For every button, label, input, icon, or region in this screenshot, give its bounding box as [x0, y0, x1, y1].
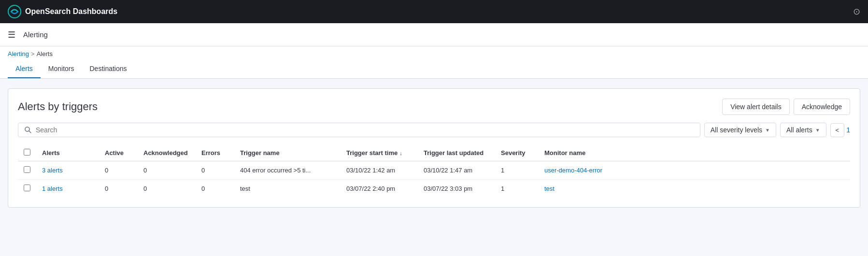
th-alerts-label: Alerts: [42, 149, 60, 156]
cell-monitor-name: test: [539, 180, 850, 198]
top-nav: OpenSearch Dashboards ⊙: [0, 0, 868, 23]
table-row: 3 alerts 0 0 0 404 error occurred >5 ti.…: [18, 161, 850, 180]
alerts-filter-dropdown[interactable]: All alerts ▼: [780, 123, 826, 137]
table-header: Alerts Active Acknowledged Errors Trigge…: [18, 145, 850, 161]
card-title: Alerts by triggers: [18, 100, 98, 113]
select-all-checkbox[interactable]: [24, 149, 30, 156]
select-all-header: [18, 145, 36, 161]
cell-trigger-start-time: 03/10/22 1:42 am: [341, 161, 418, 180]
table-row: 1 alerts 0 0 0 test 03/07/22 2:40 pm 03/…: [18, 180, 850, 198]
th-acknowledged-label: Acknowledged: [143, 149, 188, 156]
row-select-checkbox[interactable]: [24, 185, 30, 191]
filters-row: All severity levels ▼ All alerts ▼ < 1: [18, 123, 850, 137]
alerts-filter-label: All alerts: [786, 126, 812, 134]
hamburger-icon[interactable]: ☰: [8, 29, 15, 40]
table-body: 3 alerts 0 0 0 404 error occurred >5 ti.…: [18, 161, 850, 198]
monitor-name-link[interactable]: test: [544, 185, 555, 192]
th-trigger-name: Trigger name: [234, 145, 341, 161]
row-checkbox-cell: [18, 180, 36, 198]
cell-acknowledged: 0: [138, 161, 196, 180]
breadcrumb-current: Alerts: [37, 50, 53, 57]
acknowledge-button[interactable]: Acknowledge: [794, 99, 850, 115]
cell-trigger-name: 404 error occurred >5 ti...: [234, 161, 341, 180]
cell-alerts: 1 alerts: [36, 180, 99, 198]
main-content: Alerts by triggers View alert details Ac…: [0, 79, 868, 217]
th-severity-label: Severity: [501, 149, 526, 156]
tab-destinations[interactable]: Destinations: [82, 57, 134, 78]
tab-monitors[interactable]: Monitors: [41, 57, 82, 78]
th-alerts: Alerts: [36, 145, 99, 161]
cell-trigger-start-time: 03/07/22 2:40 pm: [341, 180, 418, 198]
prev-page-button[interactable]: <: [830, 123, 845, 137]
search-input[interactable]: [36, 126, 694, 134]
breadcrumb: Alerting > Alerts: [0, 46, 868, 57]
breadcrumb-separator: >: [31, 50, 35, 57]
alerts-link[interactable]: 1 alerts: [42, 185, 63, 192]
th-trigger-start-time[interactable]: Trigger start time ↓: [341, 145, 418, 161]
cell-monitor-name: user-demo-404-error: [539, 161, 850, 180]
svg-line-2: [29, 131, 31, 133]
cell-trigger-last-updated: 03/10/22 1:47 am: [418, 161, 495, 180]
sort-icon: ↓: [399, 150, 402, 156]
cell-alerts: 3 alerts: [36, 161, 99, 180]
app-name: OpenSearch Dashboards: [25, 7, 117, 16]
opensearch-logo-icon: [8, 5, 21, 18]
search-box: [18, 123, 700, 137]
alerts-link[interactable]: 3 alerts: [42, 167, 63, 174]
cell-acknowledged: 0: [138, 180, 196, 198]
severity-chevron-icon: ▼: [765, 128, 770, 133]
th-errors-label: Errors: [201, 149, 220, 156]
th-trigger-last-updated-label: Trigger last updated: [424, 149, 484, 156]
th-trigger-start-time-label: Trigger start time: [346, 149, 398, 156]
cell-trigger-name: test: [234, 180, 341, 198]
sub-nav: ☰ Alerting: [0, 23, 868, 46]
cell-active: 0: [99, 161, 138, 180]
alerts-chevron-icon: ▼: [815, 128, 820, 133]
th-acknowledged: Acknowledged: [138, 145, 196, 161]
row-select-checkbox[interactable]: [24, 166, 30, 173]
alerts-table: Alerts Active Acknowledged Errors Trigge…: [18, 145, 850, 198]
cell-errors: 0: [196, 180, 234, 198]
monitor-name-link[interactable]: user-demo-404-error: [544, 167, 602, 174]
severity-filter-label: All severity levels: [711, 126, 762, 134]
th-active-label: Active: [105, 149, 124, 156]
alerts-card: Alerts by triggers View alert details Ac…: [8, 88, 860, 208]
th-active: Active: [99, 145, 138, 161]
svg-point-0: [8, 5, 21, 18]
cell-severity: 1: [495, 161, 539, 180]
app-logo: OpenSearch Dashboards: [8, 5, 117, 18]
th-errors: Errors: [196, 145, 234, 161]
page-number: 1: [846, 126, 850, 134]
tab-alerts[interactable]: Alerts: [8, 57, 41, 78]
view-alert-details-button[interactable]: View alert details: [722, 99, 790, 115]
cell-active: 0: [99, 180, 138, 198]
pagination: < 1: [830, 123, 850, 137]
th-monitor-name-label: Monitor name: [544, 149, 585, 156]
search-icon: [24, 126, 32, 134]
breadcrumb-parent-link[interactable]: Alerting: [8, 50, 29, 57]
th-monitor-name: Monitor name: [539, 145, 850, 161]
th-trigger-name-label: Trigger name: [240, 149, 280, 156]
cell-trigger-last-updated: 03/07/22 3:03 pm: [418, 180, 495, 198]
cell-severity: 1: [495, 180, 539, 198]
card-header: Alerts by triggers View alert details Ac…: [18, 99, 850, 115]
card-header-actions: View alert details Acknowledge: [722, 99, 850, 115]
sub-nav-title: Alerting: [23, 30, 48, 39]
tabs-bar: Alerts Monitors Destinations: [0, 57, 868, 79]
th-trigger-last-updated: Trigger last updated: [418, 145, 495, 161]
severity-filter-dropdown[interactable]: All severity levels ▼: [704, 123, 776, 137]
settings-icon[interactable]: ⊙: [853, 6, 860, 17]
th-severity: Severity: [495, 145, 539, 161]
row-checkbox-cell: [18, 161, 36, 180]
cell-errors: 0: [196, 161, 234, 180]
